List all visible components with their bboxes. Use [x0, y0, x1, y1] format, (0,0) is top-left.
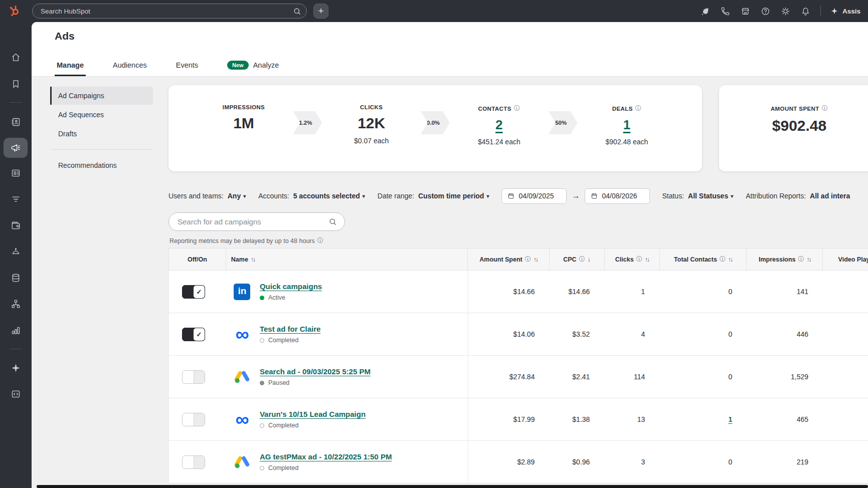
create-button[interactable]: +: [313, 4, 328, 19]
assistant-label: Assis: [842, 8, 860, 15]
campaign-name-link[interactable]: Quick campaigns: [260, 282, 322, 291]
status-label: Status:: [662, 192, 684, 200]
horizontal-scrollbar[interactable]: [37, 485, 868, 488]
sidebar-divider: [10, 349, 22, 349]
notifications-icon[interactable]: [800, 6, 811, 17]
column-header-name[interactable]: Name: [226, 249, 468, 270]
sidebar-item-content[interactable]: [6, 163, 26, 183]
top-navigation-bar: + Ass: [0, 0, 868, 22]
sidebar-item-bookmarks[interactable]: [6, 74, 26, 94]
campaign-toggle[interactable]: ✓: [182, 370, 205, 384]
tab-analyze[interactable]: New Analyze: [225, 61, 281, 76]
tab-manage[interactable]: Manage: [55, 61, 86, 76]
table-row: ✓ in ∞ Test ad for Claire Completed: [168, 313, 868, 356]
campaign-search: [168, 212, 345, 231]
chevron-down-icon: ▾: [486, 193, 489, 199]
column-header-video-plays[interactable]: Video Play: [823, 249, 868, 270]
table-header: Off/On Name Amount Spent CPC Clicks Tota…: [168, 248, 868, 271]
attribution-dropdown[interactable]: All ad intera: [810, 192, 850, 200]
subnav-item-drafts[interactable]: Drafts: [50, 125, 153, 143]
hubspot-logo-icon[interactable]: [8, 4, 22, 18]
sidebar-item-contacts[interactable]: [6, 112, 26, 132]
info-icon[interactable]: [514, 104, 520, 113]
ads-subnav: Ad Campaigns Ad Sequences Drafts Recomme…: [50, 87, 153, 175]
subnav-item-ad-campaigns[interactable]: Ad Campaigns: [50, 87, 153, 105]
users-teams-dropdown[interactable]: Any▾: [228, 192, 246, 200]
sidebar-item-commerce[interactable]: [6, 215, 26, 235]
impressions-to-clicks-rate: 1.2%: [293, 111, 322, 134]
sidebar-item-reporting[interactable]: [6, 320, 26, 340]
table-row: ✓ in ∞ Search ad - 09/03/2025 5:25 PM Pa…: [168, 356, 868, 398]
campaign-toggle[interactable]: ✓: [182, 455, 205, 469]
tab-audiences[interactable]: Audiences: [111, 61, 149, 76]
date-to-input[interactable]: 04/08/2026: [585, 188, 650, 204]
column-header-clicks[interactable]: Clicks: [605, 249, 660, 270]
contacts-value-link[interactable]: 2: [451, 117, 547, 133]
subnav-item-ad-sequences[interactable]: Ad Sequences: [50, 106, 153, 124]
campaign-toggle[interactable]: ✓: [182, 285, 205, 299]
video-plays-cell: [823, 441, 868, 483]
copilot-icon[interactable]: [700, 6, 711, 17]
total-contacts-cell[interactable]: 1: [660, 398, 747, 440]
campaign-search-input[interactable]: [168, 212, 345, 231]
accounts-label: Accounts:: [258, 192, 289, 200]
info-icon[interactable]: [635, 104, 641, 113]
sidebar-item-home[interactable]: [6, 47, 26, 67]
metric-impressions: IMPRESSIONS 1M: [196, 104, 291, 171]
info-icon: [720, 255, 726, 264]
sidebar-item-service[interactable]: [6, 241, 26, 261]
sidebar-item-developer[interactable]: [6, 384, 26, 404]
campaign-toggle[interactable]: ✓: [182, 413, 205, 426]
subnav-item-recommendations[interactable]: Recommendations: [50, 156, 153, 174]
status-dot-icon: [260, 423, 264, 428]
video-plays-cell: [823, 356, 868, 398]
table-row: ✓ in ∞ Quick campaigns Active $1: [168, 271, 868, 313]
sidebar-item-sales[interactable]: [6, 189, 26, 209]
status-dropdown[interactable]: All Statuses▾: [688, 192, 733, 200]
campaign-name-link[interactable]: Varun's 10/15 Lead Campaign: [260, 410, 366, 418]
amount-spent-cell: $14.06: [468, 313, 550, 355]
filter-bar: Users and teams: Any▾ Accounts: 5 accoun…: [168, 188, 862, 204]
date-range-dropdown[interactable]: Custom time period▾: [418, 192, 489, 200]
column-header-cpc[interactable]: CPC: [550, 249, 605, 270]
cpc-cell: $0.96: [550, 441, 605, 483]
info-icon[interactable]: [822, 104, 828, 113]
chevron-down-icon: ▾: [363, 193, 365, 199]
assistant-button[interactable]: Assis: [830, 7, 860, 15]
cpc-cell: $1.38: [550, 398, 605, 440]
sidebar-item-data[interactable]: [6, 268, 26, 288]
marketplace-icon[interactable]: [740, 6, 751, 17]
sidebar-item-ai[interactable]: [6, 358, 26, 378]
column-header-impressions[interactable]: Impressions: [747, 249, 823, 270]
newspaper-icon: [11, 168, 21, 178]
global-search-input[interactable]: [32, 4, 307, 19]
calling-icon[interactable]: [720, 6, 731, 17]
info-icon: [579, 255, 585, 264]
campaign-status: Completed: [260, 422, 366, 429]
deals-value-link[interactable]: 1: [579, 117, 674, 133]
column-header-amount-spent[interactable]: Amount Spent: [468, 249, 550, 270]
sidebar-item-automations[interactable]: [6, 294, 26, 314]
campaign-name-link[interactable]: AG testPMax ad - 10/22/2025 1:50 PM: [260, 452, 392, 461]
table-body: ✓ in ∞ Quick campaigns Active $1: [168, 271, 868, 483]
sidebar-item-marketing[interactable]: [4, 138, 28, 158]
campaign-toggle[interactable]: ✓: [182, 328, 205, 341]
settings-icon[interactable]: [780, 6, 791, 17]
column-header-total-contacts[interactable]: Total Contacts: [660, 249, 747, 270]
cpc-cell: $14.66: [550, 271, 605, 313]
impressions-cell: 141: [747, 271, 823, 313]
campaign-name-link[interactable]: Test ad for Claire: [260, 325, 320, 333]
help-icon[interactable]: [760, 6, 771, 17]
date-from-input[interactable]: 04/09/2025: [501, 188, 567, 204]
info-icon[interactable]: [317, 236, 323, 245]
clicks-to-contacts-rate: 0.0%: [421, 111, 450, 134]
video-plays-cell: [823, 313, 868, 355]
campaign-status: Completed: [260, 464, 392, 471]
attribution-label: Attribution Reports:: [746, 192, 806, 200]
users-teams-label: Users and teams:: [168, 192, 224, 200]
sidebar-divider: [10, 102, 22, 103]
accounts-dropdown[interactable]: 5 accounts selected▾: [293, 192, 365, 200]
campaign-name-link[interactable]: Search ad - 09/03/2025 5:25 PM: [260, 367, 371, 376]
metric-deals: DEALS 1 $902.48 each: [579, 104, 674, 171]
tab-events[interactable]: Events: [174, 61, 200, 76]
